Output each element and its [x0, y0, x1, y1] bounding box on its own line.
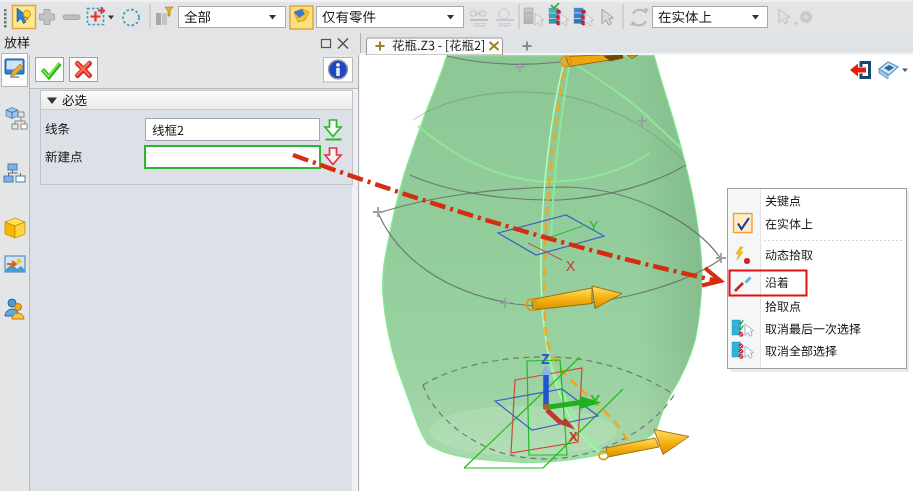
svg-text:X: X: [566, 258, 576, 274]
svg-text:Z: Z: [541, 351, 550, 367]
svg-text:X: X: [569, 429, 578, 444]
svg-text:Y: Y: [589, 218, 599, 234]
svg-text:Y: Y: [590, 391, 600, 408]
svg-text:REF: REF: [474, 22, 486, 28]
svg-text:REF: REF: [499, 22, 511, 28]
